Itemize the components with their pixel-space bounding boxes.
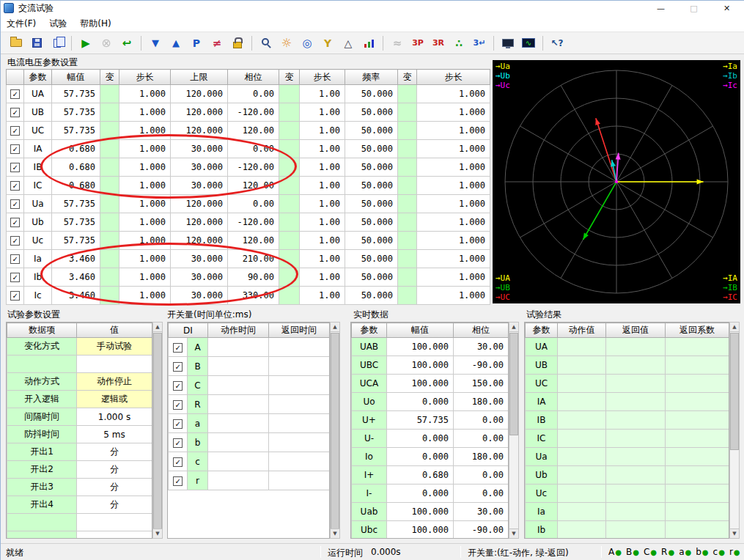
tp-item-value[interactable]: 手动试验 [77,338,152,355]
freq-var-cell[interactable] [398,122,417,140]
freq-cell[interactable]: 50.000 [345,287,398,305]
freq-var-cell[interactable] [398,268,417,287]
scroll-up-icon[interactable]: ▲ [153,323,162,332]
freq-var-cell[interactable] [398,195,417,213]
amp-step-cell[interactable]: 1.000 [119,122,171,140]
phase-step-cell[interactable]: 1.00 [300,195,345,213]
amp-step-cell[interactable]: 1.000 [119,177,171,195]
amp-var-cell[interactable] [100,250,119,268]
close-button[interactable]: ✕ [710,0,743,16]
phase-var-cell[interactable] [279,177,300,195]
phase-var-cell[interactable] [279,122,300,140]
amp-step-cell[interactable]: 1.000 [119,213,171,232]
amp-limit-cell[interactable]: 30.000 [171,250,228,268]
freq-var-cell[interactable] [398,213,417,232]
harmonic-bars-button[interactable] [359,34,378,52]
phase-var-cell[interactable] [279,158,300,177]
scroll-up-icon[interactable]: ▲ [730,323,739,332]
amplitude-cell[interactable]: 57.735 [52,85,100,103]
amp-step-cell[interactable]: 1.000 [119,195,171,213]
phase-step-cell[interactable]: 1.00 [300,213,345,232]
freq-step-cell[interactable]: 1.000 [417,232,490,250]
amplitude-cell[interactable]: 57.735 [52,103,100,122]
phase-step-cell[interactable]: 1.00 [300,158,345,177]
three-phase-r-button[interactable]: 3R [429,34,448,52]
amp-var-cell[interactable] [100,140,119,158]
zoom-button[interactable] [257,34,276,52]
param-row-checkbox[interactable]: ✓ [7,122,24,140]
tp-item-value[interactable]: 分 [77,479,152,496]
phase-cell[interactable]: 210.00 [228,250,279,268]
phase-var-cell[interactable] [279,213,300,232]
amp-var-cell[interactable] [100,213,119,232]
phase-dots-button[interactable]: ∴ [449,34,468,52]
revert-button[interactable]: ↩ [117,34,136,52]
freq-step-cell[interactable]: 1.000 [417,103,490,122]
param-row-checkbox[interactable]: ✓ [7,232,24,250]
di-checkbox[interactable]: ✓ [169,376,188,395]
di-checkbox[interactable]: ✓ [169,414,188,433]
scroll-thumb[interactable] [153,333,162,529]
amp-step-cell[interactable]: 1.000 [119,268,171,287]
freq-step-cell[interactable]: 1.000 [417,85,490,103]
scroll-thumb[interactable] [730,333,739,450]
amp-step-cell[interactable]: 1.000 [119,158,171,177]
set-p-button[interactable]: P [187,34,206,52]
phase-cell[interactable]: -120.00 [228,158,279,177]
tp-item-value[interactable]: 分 [77,496,152,514]
phase-var-cell[interactable] [279,250,300,268]
phase-var-cell[interactable] [279,195,300,213]
vertical-scrollbar-0[interactable]: ▲▼ [152,322,163,539]
freq-cell[interactable]: 50.000 [345,158,398,177]
amp-limit-cell[interactable]: 120.000 [171,213,228,232]
param-row-checkbox[interactable]: ✓ [7,213,24,232]
amp-var-cell[interactable] [100,287,119,305]
freq-cell[interactable]: 50.000 [345,122,398,140]
param-row-checkbox[interactable]: ✓ [7,250,24,268]
freq-cell[interactable]: 50.000 [345,140,398,158]
vertical-scrollbar-1[interactable]: ▲▼ [330,322,340,539]
phase-cell[interactable]: 0.00 [228,195,279,213]
monitor-button[interactable] [498,34,518,52]
tp-item-value[interactable]: 分 [77,461,152,479]
start-test-button[interactable]: ▶ [76,34,95,52]
freq-step-cell[interactable]: 1.000 [417,177,490,195]
phase-step-cell[interactable]: 1.00 [300,250,345,268]
phase-cell[interactable]: 0.00 [228,85,279,103]
tp-item-value[interactable] [77,514,152,531]
amp-var-cell[interactable] [100,268,119,287]
amplitude-cell[interactable]: 57.735 [52,232,100,250]
amp-limit-cell[interactable]: 30.000 [171,287,228,305]
amplitude-cell[interactable]: 3.460 [52,268,100,287]
three-phase-p-button[interactable]: 3P [408,34,427,52]
menu-item-1[interactable]: 试验 [43,15,73,32]
target-button[interactable]: ◎ [298,34,317,52]
amp-var-cell[interactable] [100,158,119,177]
phase-cell[interactable]: 120.00 [228,177,279,195]
param-row-checkbox[interactable]: ✓ [7,177,24,195]
scroll-down-icon[interactable]: ▼ [509,528,518,538]
scroll-up-icon[interactable]: ▲ [331,323,339,332]
phase-cell[interactable]: 120.00 [228,122,279,140]
phase-var-cell[interactable] [279,85,300,103]
minimize-button[interactable]: — [644,0,677,16]
freq-cell[interactable]: 50.000 [345,103,398,122]
freq-var-cell[interactable] [398,177,417,195]
vertical-scrollbar-3[interactable]: ▲▼ [729,322,740,539]
amp-step-cell[interactable]: 1.000 [119,287,171,305]
save-button[interactable] [27,34,46,52]
freq-var-cell[interactable] [398,85,417,103]
param-row-checkbox[interactable]: ✓ [7,140,24,158]
phase-cell[interactable]: -120.00 [228,103,279,122]
amp-limit-cell[interactable]: 120.000 [171,85,228,103]
phase-step-cell[interactable]: 1.00 [300,103,345,122]
freq-step-cell[interactable]: 1.000 [417,140,490,158]
scroll-down-icon[interactable]: ▼ [730,528,739,538]
phase-cell[interactable]: -120.00 [228,213,279,232]
freq-cell[interactable]: 50.000 [345,195,398,213]
delta-button[interactable]: △ [339,34,358,52]
freq-cell[interactable]: 50.000 [345,85,398,103]
amplitude-cell[interactable]: 0.680 [52,158,100,177]
di-checkbox[interactable]: ✓ [169,395,188,414]
amp-limit-cell[interactable]: 30.000 [171,268,228,287]
